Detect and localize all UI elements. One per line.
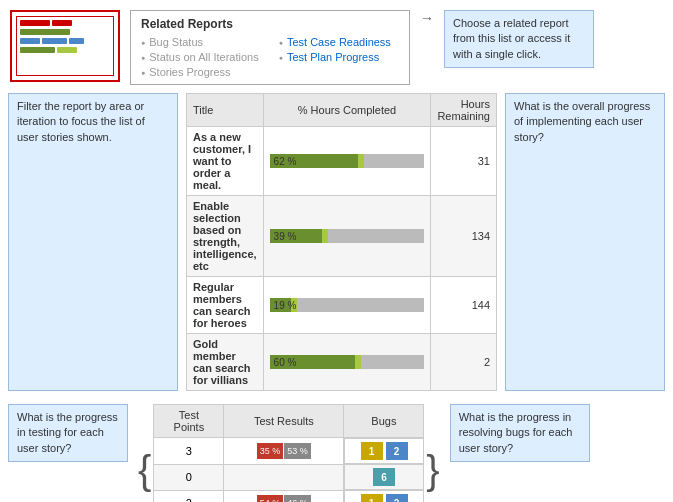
- report-link-plan-progress[interactable]: Test Plan Progress: [279, 51, 391, 63]
- progress-bar-cell: 62 %: [263, 127, 431, 196]
- bug-badge-2: 2: [386, 442, 408, 460]
- test-table-section: Test Points Test Results Bugs 335 %53 %1…: [153, 404, 424, 502]
- bug-badge-2: 2: [386, 494, 408, 502]
- test-results-cell: [224, 464, 344, 490]
- top-section: Related Reports Bug Status Status on All…: [0, 0, 673, 93]
- report-link-iterations[interactable]: Status on All Iterations: [141, 51, 259, 63]
- story-row: Regular members can search for heroes19 …: [187, 277, 497, 334]
- bug-badge-1: 1: [361, 494, 383, 502]
- related-reports-cols: Bug Status Status on All Iterations Stor…: [141, 36, 399, 78]
- th-hours-remaining: HoursRemaining: [431, 94, 497, 127]
- bar-red: 54 %: [257, 495, 284, 502]
- story-title-cell: Gold member can search for villians: [187, 334, 264, 391]
- test-row: 06: [154, 464, 424, 490]
- related-reports-callout: Choose a related report from this list o…: [444, 10, 594, 68]
- hours-remaining-cell: 31: [431, 127, 497, 196]
- filter-callout: Filter the report by area or iteration t…: [8, 93, 178, 391]
- related-reports-col-2: Test Case Readiness Test Plan Progress: [279, 36, 391, 78]
- test-row: 335 %53 %12: [154, 438, 424, 465]
- report-link-bug-status[interactable]: Bug Status: [141, 36, 259, 48]
- th-hours-completed: % Hours Completed: [263, 94, 431, 127]
- progress-bar-cell: 60 %: [263, 334, 431, 391]
- test-table: Test Points Test Results Bugs 335 %53 %1…: [153, 404, 424, 502]
- bottom-table-wrapper: { Test Points Test Results Bugs 335 %53 …: [136, 404, 442, 502]
- arrow-connector: →: [420, 10, 434, 26]
- test-results-cell: 54 %46 %: [224, 490, 344, 502]
- bar-gray: 53 %: [284, 443, 311, 459]
- related-reports-title: Related Reports: [141, 17, 399, 31]
- test-points-cell: 0: [154, 464, 224, 490]
- test-points-cell: 3: [154, 438, 224, 465]
- story-row: Gold member can search for villians60 %2: [187, 334, 497, 391]
- th-title: Title: [187, 94, 264, 127]
- th-bugs: Bugs: [344, 405, 424, 438]
- story-title-cell: As a new customer, I want to order a mea…: [187, 127, 264, 196]
- brace-right: }: [424, 450, 441, 490]
- th-test-points: Test Points: [154, 405, 224, 438]
- test-points-cell: 2: [154, 490, 224, 502]
- middle-section: Filter the report by area or iteration t…: [0, 93, 673, 399]
- stories-table-section: Title % Hours Completed HoursRemaining A…: [186, 93, 497, 391]
- bugs-cell: 6: [344, 464, 424, 490]
- hours-remaining-cell: 134: [431, 196, 497, 277]
- bottom-section: What is the progress in testing for each…: [0, 399, 673, 502]
- progress-callout: What is the overall progress of implemen…: [505, 93, 665, 391]
- bugs-callout: What is the progress in resolving bugs f…: [450, 404, 590, 462]
- story-row: Enable selection based on strength, inte…: [187, 196, 497, 277]
- brace-left: {: [136, 450, 153, 490]
- bar-red: 35 %: [257, 443, 284, 459]
- hours-remaining-cell: 2: [431, 334, 497, 391]
- report-link-stories[interactable]: Stories Progress: [141, 66, 259, 78]
- testing-callout: What is the progress in testing for each…: [8, 404, 128, 462]
- th-test-results: Test Results: [224, 405, 344, 438]
- test-results-cell: 35 %53 %: [224, 438, 344, 465]
- bugs-cell: 12: [344, 438, 424, 464]
- story-row: As a new customer, I want to order a mea…: [187, 127, 497, 196]
- test-row: 254 %46 %12: [154, 490, 424, 502]
- related-reports-col-1: Bug Status Status on All Iterations Stor…: [141, 36, 259, 78]
- bugs-cell: 12: [344, 490, 424, 502]
- stories-table: Title % Hours Completed HoursRemaining A…: [186, 93, 497, 391]
- bug-badge-1: 1: [361, 442, 383, 460]
- related-reports-box: Related Reports Bug Status Status on All…: [130, 10, 410, 85]
- bug-badge-2: 6: [373, 468, 395, 486]
- report-thumbnail: [10, 10, 120, 82]
- story-title-cell: Regular members can search for heroes: [187, 277, 264, 334]
- progress-bar-cell: 19 %: [263, 277, 431, 334]
- hours-remaining-cell: 144: [431, 277, 497, 334]
- bar-gray: 46 %: [284, 495, 311, 502]
- report-link-case-readiness[interactable]: Test Case Readiness: [279, 36, 391, 48]
- progress-bar-cell: 39 %: [263, 196, 431, 277]
- story-title-cell: Enable selection based on strength, inte…: [187, 196, 264, 277]
